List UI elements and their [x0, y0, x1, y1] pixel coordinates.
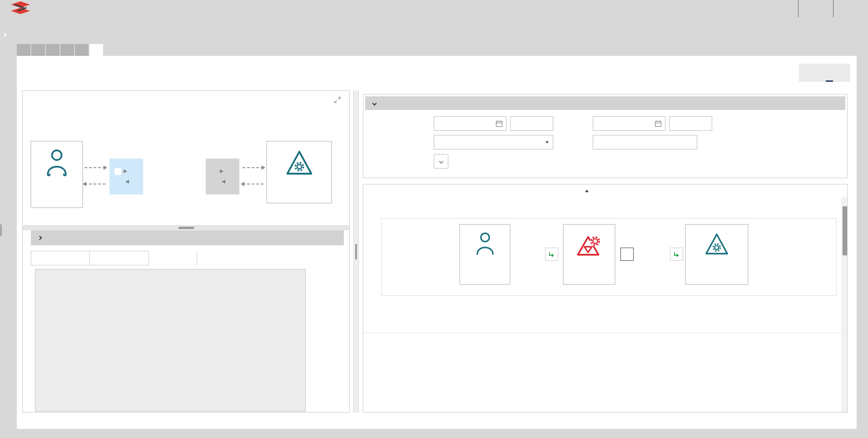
- response-message-icon[interactable]: [211, 179, 218, 185]
- results-table: [363, 184, 848, 413]
- response-message-icon[interactable]: [131, 179, 138, 185]
- user-icon: [845, 5, 852, 13]
- record-detail-panel: [22, 90, 350, 413]
- status-select[interactable]: [434, 135, 553, 149]
- horizontal-splitter[interactable]: [23, 225, 349, 230]
- column-client-ip[interactable]: [645, 184, 709, 197]
- transaction-flow-diagram: [381, 218, 837, 296]
- topbar: [0, 0, 868, 17]
- sort-ascending-icon: [585, 188, 589, 192]
- grid-icon: [810, 5, 817, 13]
- view-tab-graph[interactable]: [817, 64, 824, 82]
- column-error[interactable]: [747, 184, 847, 197]
- sidebar-expander[interactable]: [0, 22, 8, 47]
- dashed-response-arrow: [243, 184, 263, 184]
- from-date-input[interactable]: [434, 116, 506, 131]
- to-date-input[interactable]: [593, 116, 665, 131]
- dashed-request-arrow: [243, 167, 263, 168]
- service-alert-icon: [143, 147, 205, 182]
- column-datetime[interactable]: [414, 202, 493, 214]
- collapse-all-button[interactable]: [363, 184, 375, 197]
- splitter-handle[interactable]: [179, 227, 194, 229]
- tab-audit[interactable]: [75, 44, 89, 56]
- recording-diagram: [23, 109, 349, 225]
- backend-service-icon: [686, 231, 748, 259]
- response-message-icon[interactable]: [114, 179, 121, 185]
- monitoring-card: ▼: [17, 56, 857, 429]
- view-toggle: [799, 64, 850, 82]
- diagram-node-consumer[interactable]: [30, 141, 83, 208]
- status-column-header[interactable]: [375, 184, 392, 197]
- flow-arrow: [640, 254, 662, 255]
- record-detail-tabs: [38, 96, 70, 101]
- response-message-icon[interactable]: [228, 179, 234, 185]
- message-exchange-selected[interactable]: [109, 159, 143, 194]
- sentinet-logo-icon: [10, 1, 31, 16]
- payload-tab-text[interactable]: [31, 251, 90, 265]
- client-ip-input[interactable]: [593, 135, 697, 149]
- column-error[interactable]: [704, 202, 837, 214]
- flow-node-backend[interactable]: [685, 224, 749, 285]
- more-expander[interactable]: [31, 230, 344, 245]
- search-button[interactable]: [451, 154, 486, 169]
- from-label: [363, 120, 434, 127]
- tab-hosted-services[interactable]: [46, 44, 60, 56]
- request-message-icon[interactable]: [228, 168, 234, 175]
- payload-tab-json[interactable]: [149, 251, 197, 265]
- flow-node-service[interactable]: [563, 224, 615, 285]
- request-message-icon[interactable]: [670, 248, 683, 261]
- request-message-icon[interactable]: [114, 168, 121, 175]
- chevron-down-icon: [439, 159, 443, 164]
- payload-tab-xml[interactable]: [90, 251, 149, 265]
- diagram-node-backend[interactable]: [266, 141, 332, 204]
- vertical-splitter[interactable]: [353, 90, 359, 413]
- column-http-status[interactable]: [667, 202, 704, 214]
- sentinet-logo[interactable]: [10, 1, 34, 16]
- message-exchange[interactable]: [206, 159, 239, 194]
- search-section: ▼: [363, 94, 848, 178]
- vertical-scrollbar[interactable]: [842, 197, 847, 412]
- search-expander[interactable]: [365, 96, 845, 110]
- to-time-input[interactable]: [669, 116, 712, 131]
- flow-node-consumer[interactable]: [459, 224, 511, 285]
- request-message-icon[interactable]: [620, 248, 634, 261]
- from-time-input[interactable]: [510, 116, 553, 131]
- column-duration[interactable]: [493, 202, 536, 214]
- page-tabs: [17, 44, 103, 56]
- column-duration[interactable]: [471, 184, 514, 197]
- view-tab-logs[interactable]: [826, 64, 833, 82]
- chevron-down-icon: [372, 101, 377, 105]
- monitoring-toolbar: [22, 64, 793, 82]
- nested-table-header: [381, 202, 837, 214]
- scrollbar-thumb[interactable]: [843, 206, 847, 255]
- collapsed-splitter-handle[interactable]: [0, 224, 2, 236]
- expand-panel-icon[interactable]: [334, 96, 341, 105]
- column-datetime[interactable]: [392, 184, 471, 197]
- diagram-node-service[interactable]: [142, 140, 206, 208]
- column-service-name[interactable]: [536, 202, 600, 214]
- column-operation[interactable]: [600, 202, 667, 214]
- index-column-header: [397, 202, 414, 214]
- json-code-editor[interactable]: [35, 269, 306, 412]
- status-select-field: ▼: [434, 135, 553, 149]
- chevron-right-icon: [2, 32, 6, 37]
- view-in-browser-link[interactable]: [197, 251, 224, 265]
- developer-portal-button[interactable]: [799, 0, 833, 17]
- splitter-handle[interactable]: [355, 244, 357, 259]
- tab-activity-logs[interactable]: [60, 44, 74, 56]
- to-date-field: [593, 116, 665, 131]
- column-operation[interactable]: [578, 184, 645, 197]
- tab-monitoring[interactable]: [89, 44, 103, 56]
- tab-dependencies[interactable]: [31, 44, 45, 56]
- tab-summary[interactable]: [17, 44, 30, 56]
- request-message-icon[interactable]: [545, 248, 558, 261]
- dashed-response-arrow: [84, 184, 105, 184]
- request-message-icon[interactable]: [211, 168, 218, 175]
- request-message-icon[interactable]: [131, 168, 138, 175]
- nested-table: [381, 202, 837, 214]
- search-options-dropdown[interactable]: [434, 154, 448, 169]
- column-service-name[interactable]: [514, 184, 578, 197]
- service-alert-icon: [564, 231, 615, 261]
- column-http-status[interactable]: [709, 184, 747, 197]
- user-menu[interactable]: [833, 0, 868, 17]
